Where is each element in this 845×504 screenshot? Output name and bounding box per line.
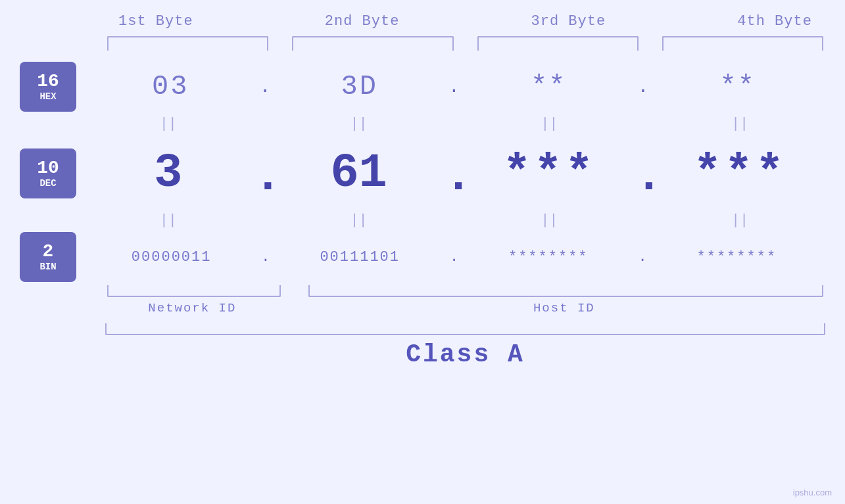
dec-values: 3 . 61 . *** . ***: [83, 147, 825, 200]
bin-byte3: ********: [460, 249, 637, 265]
equals-row-1: || || || ||: [83, 116, 825, 132]
dec-dot1: .: [254, 150, 274, 204]
hex-badge: 16 HEX: [20, 62, 76, 112]
byte4-header: 4th Byte: [681, 13, 845, 30]
eq5: ||: [83, 212, 254, 229]
dec-dot2: .: [445, 150, 464, 204]
bin-byte2: 00111101: [272, 249, 448, 265]
bin-byte1: 00000011: [83, 249, 260, 265]
hex-values: 03 . 3D . ** . **: [83, 71, 825, 103]
byte2-header: 2nd Byte: [269, 13, 456, 30]
hex-dot1: .: [260, 77, 271, 97]
class-label: Class A: [105, 340, 825, 369]
bracket-network: [107, 285, 281, 297]
hex-dot2: .: [448, 77, 460, 97]
bracket-byte2: [292, 36, 453, 51]
bracket-byte1: [107, 36, 268, 51]
dec-byte4: ***: [654, 147, 825, 200]
dec-badge: 10 DEC: [20, 149, 76, 198]
hex-dot3: .: [638, 77, 649, 97]
top-brackets: [105, 36, 825, 51]
bracket-host: [308, 285, 823, 297]
dec-byte1: 3: [83, 147, 254, 200]
bin-values: 00000011 . 00111101 . ******** . *******…: [83, 249, 825, 265]
main-container: 1st Byte 2nd Byte 3rd Byte 4th Byte 16 H…: [0, 0, 845, 504]
hex-byte4: **: [650, 71, 825, 103]
hex-byte1: 03: [83, 71, 258, 103]
byte-headers: 1st Byte 2nd Byte 3rd Byte 4th Byte: [62, 13, 845, 30]
eq2: ||: [274, 116, 445, 132]
bin-dot2: .: [450, 249, 458, 265]
byte1-header: 1st Byte: [62, 13, 249, 30]
eq8: ||: [654, 212, 825, 229]
network-id-label: Network ID: [105, 301, 279, 315]
eq6: ||: [274, 212, 445, 229]
hex-row: 16 HEX 03 . 3D . ** . **: [20, 60, 825, 113]
bracket-byte4: [662, 36, 823, 51]
eq4: ||: [654, 116, 825, 132]
eq7: ||: [464, 212, 635, 229]
eq3: ||: [464, 116, 635, 132]
bottom-brackets: [105, 285, 825, 297]
bin-row: 2 BIN 00000011 . 00111101 . ******** . *…: [20, 234, 825, 280]
bottom-bracket-area: Network ID Host ID: [105, 285, 825, 315]
bin-dot1: .: [261, 249, 270, 265]
bin-badge: 2 BIN: [20, 232, 76, 282]
footer-bracket-area: Class A: [105, 323, 825, 369]
eq1: ||: [83, 116, 254, 132]
byte3-header: 3rd Byte: [475, 13, 662, 30]
dec-byte2: 61: [274, 147, 445, 200]
dec-byte3: ***: [464, 147, 635, 200]
dec-row: 10 DEC 3 . 61 . *** . ***: [20, 137, 825, 210]
host-id-label: Host ID: [303, 301, 825, 315]
bracket-byte3: [477, 36, 639, 51]
bin-byte4: ********: [648, 249, 825, 265]
equals-row-2: || || || ||: [83, 212, 825, 229]
dec-dot3: .: [635, 150, 654, 204]
footer-bracket: [105, 323, 825, 335]
watermark: ipshu.com: [793, 488, 832, 497]
hex-byte3: **: [461, 71, 637, 103]
hex-byte2: 3D: [272, 71, 447, 103]
bottom-labels: Network ID Host ID: [105, 301, 825, 315]
bin-dot3: .: [638, 249, 646, 265]
